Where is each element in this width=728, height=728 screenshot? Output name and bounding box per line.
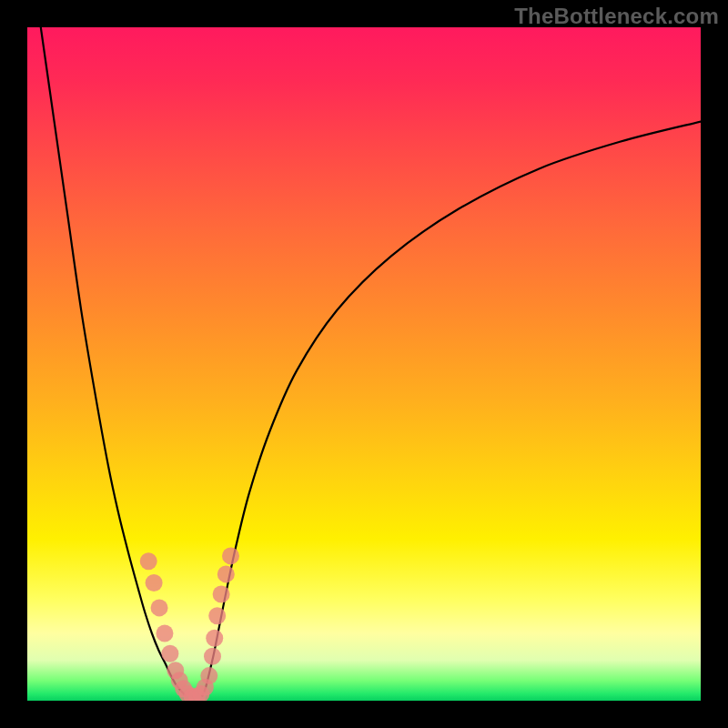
data-dot (208, 607, 226, 624)
data-dot (213, 586, 230, 603)
watermark-text: TheBottleneck.com (514, 4, 719, 29)
data-dot (200, 667, 217, 684)
data-dot (204, 648, 221, 665)
data-dot (206, 630, 223, 647)
dots-group (140, 547, 239, 701)
plot-area (27, 27, 701, 701)
data-dot (140, 552, 157, 570)
curve-group (41, 27, 701, 696)
left-branch-curve (41, 27, 186, 696)
chart-frame: TheBottleneck.com (0, 0, 728, 728)
data-dot (146, 574, 163, 592)
data-dot (222, 547, 239, 564)
data-dot (151, 599, 168, 616)
right-branch-curve (202, 122, 701, 696)
chart-svg (27, 27, 701, 701)
data-dot (156, 625, 173, 642)
data-dot (217, 565, 235, 582)
data-dot (161, 645, 178, 662)
